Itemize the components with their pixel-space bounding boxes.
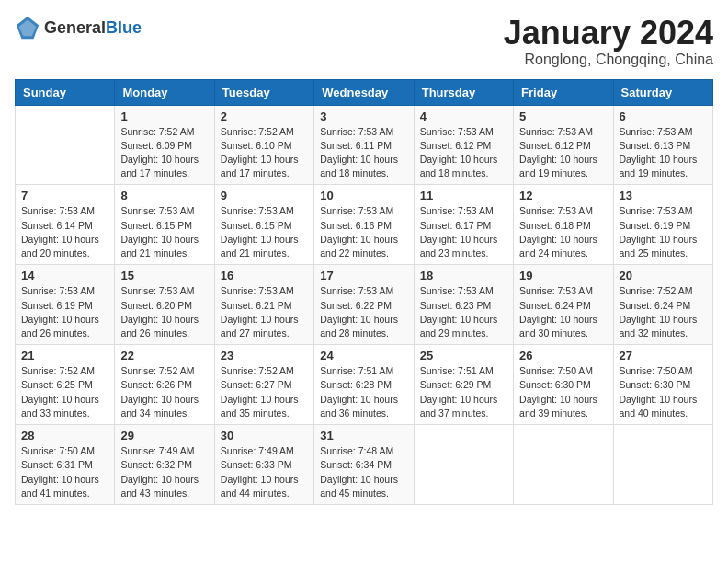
day-info: Sunrise: 7:50 AMSunset: 6:30 PMDaylight:… — [519, 364, 607, 420]
day-info: Sunrise: 7:53 AMSunset: 6:21 PMDaylight:… — [221, 284, 308, 340]
calendar-cell: 3Sunrise: 7:53 AMSunset: 6:11 PMDaylight… — [314, 105, 414, 185]
day-info: Sunrise: 7:49 AMSunset: 6:33 PMDaylight:… — [221, 444, 308, 500]
calendar-cell: 13Sunrise: 7:53 AMSunset: 6:19 PMDayligh… — [613, 185, 712, 265]
calendar-week-row: 21Sunrise: 7:52 AMSunset: 6:25 PMDayligh… — [16, 345, 713, 425]
day-info: Sunrise: 7:53 AMSunset: 6:13 PMDaylight:… — [620, 125, 707, 181]
day-number: 21 — [21, 349, 108, 362]
day-number: 30 — [221, 429, 308, 442]
logo-general: General — [44, 18, 106, 37]
day-number: 18 — [420, 269, 507, 282]
calendar-cell: 5Sunrise: 7:53 AMSunset: 6:12 PMDaylight… — [514, 105, 613, 185]
calendar-cell: 25Sunrise: 7:51 AMSunset: 6:29 PMDayligh… — [414, 345, 513, 425]
day-info: Sunrise: 7:53 AMSunset: 6:23 PMDaylight:… — [420, 284, 507, 340]
day-info: Sunrise: 7:52 AMSunset: 6:24 PMDaylight:… — [620, 284, 707, 340]
weekday-header: Saturday — [613, 79, 712, 105]
day-info: Sunrise: 7:53 AMSunset: 6:19 PMDaylight:… — [620, 204, 707, 260]
calendar-cell: 19Sunrise: 7:53 AMSunset: 6:24 PMDayligh… — [514, 265, 613, 345]
day-number: 7 — [21, 189, 108, 202]
calendar-week-row: 7Sunrise: 7:53 AMSunset: 6:14 PMDaylight… — [16, 185, 713, 265]
day-info: Sunrise: 7:53 AMSunset: 6:16 PMDaylight:… — [320, 204, 407, 260]
calendar-cell: 22Sunrise: 7:52 AMSunset: 6:26 PMDayligh… — [115, 345, 214, 425]
day-info: Sunrise: 7:52 AMSunset: 6:25 PMDaylight:… — [21, 364, 108, 420]
weekday-header: Thursday — [414, 79, 513, 105]
weekday-header: Wednesday — [314, 79, 414, 105]
weekday-header: Monday — [115, 79, 214, 105]
calendar-cell: 31Sunrise: 7:48 AMSunset: 6:34 PMDayligh… — [314, 425, 414, 505]
day-info: Sunrise: 7:53 AMSunset: 6:18 PMDaylight:… — [519, 204, 607, 260]
day-number: 12 — [519, 189, 607, 202]
day-info: Sunrise: 7:53 AMSunset: 6:14 PMDaylight:… — [21, 204, 108, 260]
calendar-cell: 2Sunrise: 7:52 AMSunset: 6:10 PMDaylight… — [214, 105, 313, 185]
calendar-cell: 15Sunrise: 7:53 AMSunset: 6:20 PMDayligh… — [115, 265, 214, 345]
day-info: Sunrise: 7:53 AMSunset: 6:12 PMDaylight:… — [420, 125, 507, 181]
calendar-cell: 9Sunrise: 7:53 AMSunset: 6:15 PMDaylight… — [214, 185, 313, 265]
day-number: 27 — [620, 349, 707, 362]
day-number: 17 — [320, 269, 407, 282]
day-number: 28 — [21, 429, 108, 442]
day-number: 24 — [320, 349, 407, 362]
calendar-cell: 1Sunrise: 7:52 AMSunset: 6:09 PMDaylight… — [115, 105, 214, 185]
weekday-header: Sunday — [16, 79, 115, 105]
day-number: 2 — [221, 109, 308, 123]
weekday-header: Friday — [514, 79, 613, 105]
day-info: Sunrise: 7:49 AMSunset: 6:32 PMDaylight:… — [120, 444, 208, 500]
calendar-cell — [514, 425, 613, 505]
day-number: 4 — [420, 109, 507, 123]
day-info: Sunrise: 7:51 AMSunset: 6:29 PMDaylight:… — [420, 364, 507, 420]
calendar-cell: 12Sunrise: 7:53 AMSunset: 6:18 PMDayligh… — [514, 185, 613, 265]
calendar-cell: 7Sunrise: 7:53 AMSunset: 6:14 PMDaylight… — [16, 185, 115, 265]
calendar-cell: 26Sunrise: 7:50 AMSunset: 6:30 PMDayligh… — [514, 345, 613, 425]
logo-icon — [15, 15, 40, 40]
day-info: Sunrise: 7:48 AMSunset: 6:34 PMDaylight:… — [320, 444, 407, 500]
day-number: 6 — [620, 109, 707, 123]
calendar-cell: 8Sunrise: 7:53 AMSunset: 6:15 PMDaylight… — [115, 185, 214, 265]
day-number: 31 — [320, 429, 407, 442]
calendar-cell: 30Sunrise: 7:49 AMSunset: 6:33 PMDayligh… — [214, 425, 313, 505]
calendar-cell: 16Sunrise: 7:53 AMSunset: 6:21 PMDayligh… — [214, 265, 313, 345]
calendar-cell: 10Sunrise: 7:53 AMSunset: 6:16 PMDayligh… — [314, 185, 414, 265]
day-number: 19 — [519, 269, 607, 282]
calendar-week-row: 28Sunrise: 7:50 AMSunset: 6:31 PMDayligh… — [16, 425, 713, 505]
calendar-cell — [414, 425, 513, 505]
day-number: 10 — [320, 189, 407, 202]
month-title: January 2024 — [504, 15, 713, 52]
logo-text: GeneralBlue — [44, 18, 142, 38]
day-info: Sunrise: 7:53 AMSunset: 6:19 PMDaylight:… — [21, 284, 108, 340]
location-subtitle: Ronglong, Chongqing, China — [504, 52, 713, 68]
logo-blue: Blue — [106, 18, 142, 37]
day-info: Sunrise: 7:53 AMSunset: 6:20 PMDaylight:… — [120, 284, 208, 340]
day-info: Sunrise: 7:53 AMSunset: 6:24 PMDaylight:… — [519, 284, 607, 340]
calendar-week-row: 14Sunrise: 7:53 AMSunset: 6:19 PMDayligh… — [16, 265, 713, 345]
calendar-cell: 6Sunrise: 7:53 AMSunset: 6:13 PMDaylight… — [613, 105, 712, 185]
day-info: Sunrise: 7:53 AMSunset: 6:12 PMDaylight:… — [519, 125, 607, 181]
day-info: Sunrise: 7:50 AMSunset: 6:31 PMDaylight:… — [21, 444, 108, 500]
calendar-cell — [16, 105, 115, 185]
logo: GeneralBlue — [15, 15, 142, 40]
calendar-cell: 29Sunrise: 7:49 AMSunset: 6:32 PMDayligh… — [115, 425, 214, 505]
day-info: Sunrise: 7:51 AMSunset: 6:28 PMDaylight:… — [320, 364, 407, 420]
day-number: 23 — [221, 349, 308, 362]
day-info: Sunrise: 7:53 AMSunset: 6:22 PMDaylight:… — [320, 284, 407, 340]
calendar-cell: 11Sunrise: 7:53 AMSunset: 6:17 PMDayligh… — [414, 185, 513, 265]
calendar-cell: 24Sunrise: 7:51 AMSunset: 6:28 PMDayligh… — [314, 345, 414, 425]
calendar-cell: 14Sunrise: 7:53 AMSunset: 6:19 PMDayligh… — [16, 265, 115, 345]
day-number: 11 — [420, 189, 507, 202]
day-info: Sunrise: 7:53 AMSunset: 6:11 PMDaylight:… — [320, 125, 407, 181]
calendar-cell: 20Sunrise: 7:52 AMSunset: 6:24 PMDayligh… — [613, 265, 712, 345]
calendar-cell: 27Sunrise: 7:50 AMSunset: 6:30 PMDayligh… — [613, 345, 712, 425]
day-number: 3 — [320, 109, 407, 123]
calendar-cell: 4Sunrise: 7:53 AMSunset: 6:12 PMDaylight… — [414, 105, 513, 185]
day-number: 5 — [519, 109, 607, 123]
day-number: 25 — [420, 349, 507, 362]
title-block: January 2024 Ronglong, Chongqing, China — [504, 15, 713, 68]
day-number: 29 — [120, 429, 208, 442]
day-info: Sunrise: 7:53 AMSunset: 6:17 PMDaylight:… — [420, 204, 507, 260]
day-info: Sunrise: 7:52 AMSunset: 6:09 PMDaylight:… — [120, 125, 208, 181]
day-number: 20 — [620, 269, 707, 282]
calendar-table: SundayMondayTuesdayWednesdayThursdayFrid… — [15, 79, 713, 505]
page-header: GeneralBlue January 2024 Ronglong, Chong… — [15, 15, 713, 68]
calendar-cell: 23Sunrise: 7:52 AMSunset: 6:27 PMDayligh… — [214, 345, 313, 425]
calendar-cell: 28Sunrise: 7:50 AMSunset: 6:31 PMDayligh… — [16, 425, 115, 505]
day-number: 9 — [221, 189, 308, 202]
day-info: Sunrise: 7:53 AMSunset: 6:15 PMDaylight:… — [221, 204, 308, 260]
